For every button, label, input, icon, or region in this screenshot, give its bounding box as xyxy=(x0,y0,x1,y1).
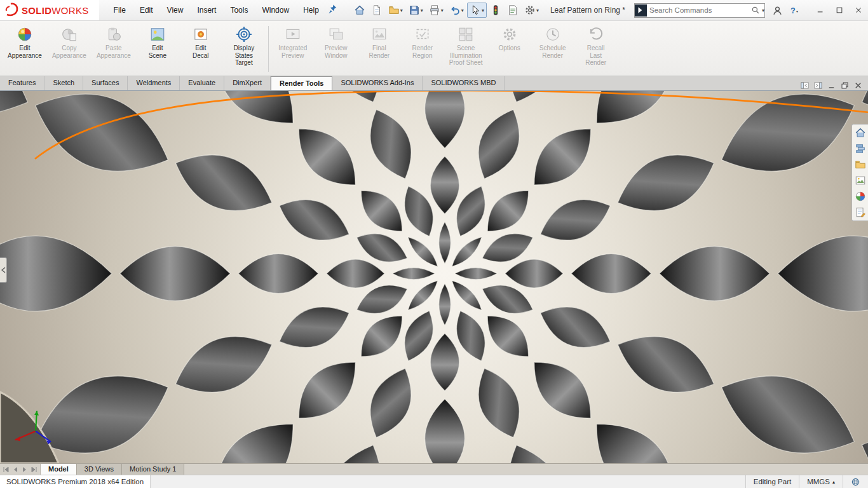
menu-bar: FileEditViewInsertToolsWindowHelp xyxy=(107,1,326,20)
doc-close-icon[interactable] xyxy=(853,81,863,90)
integrated-preview-icon xyxy=(285,26,301,43)
dropdown-chevron-icon[interactable]: ▾ xyxy=(482,8,484,13)
final-render-icon xyxy=(371,26,388,43)
minimize-window-button[interactable] xyxy=(811,2,830,18)
tab-navigation-arrows xyxy=(0,464,41,475)
save-icon xyxy=(409,4,420,16)
tab-dimxpert[interactable]: DimXpert xyxy=(224,76,271,90)
solidworks-resources-icon[interactable] xyxy=(855,127,866,139)
ribbon-button-label: FinalRender xyxy=(369,44,390,59)
last-tab-icon[interactable] xyxy=(31,466,37,473)
schedule-render-button: ScheduleRender xyxy=(531,22,574,76)
home-button[interactable] xyxy=(351,3,368,18)
tab-features[interactable]: Features xyxy=(0,76,44,90)
doc-tab-motion-study-1[interactable]: Motion Study 1 xyxy=(122,464,184,475)
user-profile-icon[interactable] xyxy=(769,2,785,18)
search-box: ▾ xyxy=(634,3,765,18)
graphics-viewport[interactable] xyxy=(0,90,868,463)
tab-solidworks-add-ins[interactable]: SOLIDWORKS Add-Ins xyxy=(332,76,423,90)
edit-decal-button[interactable]: EditDecal xyxy=(179,22,222,76)
doc-restore-icon[interactable] xyxy=(840,81,850,90)
custom-properties-icon[interactable] xyxy=(855,207,866,218)
maximize-window-button[interactable] xyxy=(830,2,849,18)
options-gear-button[interactable]: ▾ xyxy=(522,3,541,18)
document-tabs: Model3D ViewsMotion Study 1 xyxy=(41,464,184,475)
units-selector[interactable]: MMGS ▴ xyxy=(799,475,843,488)
featuremanager-collapsed-tab[interactable] xyxy=(0,257,7,283)
preview-window-icon xyxy=(328,26,344,43)
menu-view[interactable]: View xyxy=(160,1,191,20)
search-icon[interactable] xyxy=(751,6,760,15)
doc-tab-model[interactable]: Model xyxy=(41,464,77,475)
prev-tab-icon[interactable] xyxy=(12,466,18,473)
doc-minimize-icon[interactable] xyxy=(827,81,836,90)
edit-appearance-button[interactable]: EditAppearance xyxy=(3,22,47,76)
dropdown-chevron-icon[interactable]: ▾ xyxy=(461,8,464,13)
ribbon-button-label: CopyAppearance xyxy=(52,44,86,59)
edit-scene-button[interactable]: EditScene xyxy=(136,22,179,76)
appearances-scenes-icon[interactable] xyxy=(855,191,866,202)
menu-help[interactable]: Help xyxy=(296,1,326,20)
display-states-target-button[interactable]: DisplayStatesTarget xyxy=(222,22,266,76)
dropdown-chevron-icon[interactable]: ▾ xyxy=(400,8,403,13)
view-palette-icon[interactable] xyxy=(855,175,866,186)
search-scope-icon[interactable] xyxy=(635,4,647,17)
tab-evaluate[interactable]: Evaluate xyxy=(180,76,224,90)
rendered-leaf-pattern-model[interactable] xyxy=(0,91,868,463)
svg-text:?: ? xyxy=(790,5,795,15)
copy-appearance-icon xyxy=(61,26,78,43)
pane-toggle-right-icon[interactable] xyxy=(813,81,823,90)
close-window-button[interactable] xyxy=(849,2,868,18)
final-render-button: FinalRender xyxy=(358,22,401,76)
menu-edit[interactable]: Edit xyxy=(133,1,160,20)
tab-weldments[interactable]: Weldments xyxy=(128,76,180,90)
first-tab-icon[interactable] xyxy=(3,466,9,473)
options-icon xyxy=(501,26,518,43)
task-pane-strip xyxy=(851,124,868,221)
window-controls xyxy=(811,2,868,18)
search-dropdown-chevron[interactable]: ▾ xyxy=(762,8,764,13)
ribbon-button-label: EditAppearance xyxy=(8,44,42,59)
tab-sketch[interactable]: Sketch xyxy=(44,76,83,90)
new-document-button[interactable] xyxy=(369,3,385,18)
menu-insert[interactable]: Insert xyxy=(190,1,223,20)
document-title: Leaf Pattern on Ring * xyxy=(541,6,634,15)
logo-text-solid: SOLID xyxy=(22,5,51,16)
pin-menu-icon[interactable] xyxy=(327,4,337,17)
open-icon xyxy=(388,4,400,16)
print-button[interactable]: ▾ xyxy=(426,3,446,18)
dropdown-chevron-icon[interactable]: ▾ xyxy=(536,8,539,13)
tab-render-tools[interactable]: Render Tools xyxy=(271,76,332,90)
scene-illumination-proof-sheet-icon xyxy=(458,26,474,43)
open-button[interactable]: ▾ xyxy=(386,3,405,18)
options-button: Options xyxy=(488,22,531,76)
dropdown-chevron-icon[interactable]: ▾ xyxy=(421,8,423,13)
web-status[interactable] xyxy=(843,475,868,488)
next-tab-icon[interactable] xyxy=(22,466,28,473)
new-document-icon xyxy=(371,4,383,16)
ribbon-button-label: PasteAppearance xyxy=(97,44,131,59)
search-input[interactable] xyxy=(647,6,750,14)
ribbon-button-label: ScheduleRender xyxy=(539,44,566,59)
doc-tab-3d-views[interactable]: 3D Views xyxy=(77,464,122,475)
edit-appearance-icon xyxy=(17,26,33,43)
menu-window[interactable]: Window xyxy=(255,1,296,20)
ribbon-button-label: RecallLastRender xyxy=(585,44,606,67)
dropdown-chevron-icon[interactable]: ▾ xyxy=(441,8,444,13)
editing-mode-label: Editing Part xyxy=(745,475,799,488)
select-cursor-button[interactable]: ▾ xyxy=(467,3,487,18)
help-icon[interactable]: ?▾ xyxy=(785,2,802,18)
menu-file[interactable]: File xyxy=(107,1,133,20)
rebuild-button[interactable] xyxy=(487,3,504,18)
tab-solidworks-mbd[interactable]: SOLIDWORKS MBD xyxy=(423,76,505,90)
pane-toggle-left-icon[interactable] xyxy=(800,81,810,90)
units-chevron-icon: ▴ xyxy=(832,479,835,485)
file-properties-button[interactable] xyxy=(505,3,521,18)
tab-surfaces[interactable]: Surfaces xyxy=(83,76,128,90)
commandmanager-tabs: FeaturesSketchSurfacesWeldmentsEvaluateD… xyxy=(0,76,505,90)
undo-button[interactable]: ▾ xyxy=(447,3,466,18)
save-button[interactable]: ▾ xyxy=(406,3,426,18)
menu-tools[interactable]: Tools xyxy=(223,1,255,20)
file-explorer-icon[interactable] xyxy=(855,159,866,170)
design-library-icon[interactable] xyxy=(855,143,866,154)
